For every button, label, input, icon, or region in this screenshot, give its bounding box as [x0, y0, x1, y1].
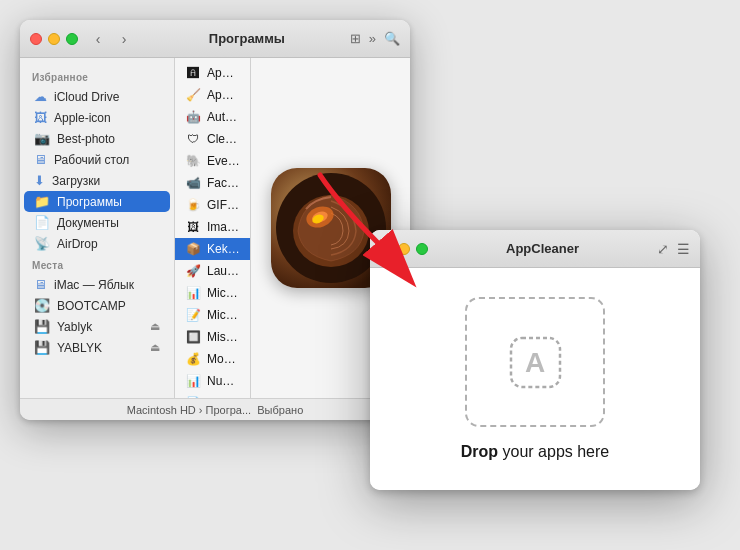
- chevron-double-icon[interactable]: »: [369, 31, 376, 46]
- file-name: Microsoft Word.app: [207, 308, 240, 322]
- ac-minimize-btn[interactable]: [398, 243, 410, 255]
- file-item-excel[interactable]: 📊 Microsoft Excel.app: [175, 282, 250, 304]
- disk3-icon: 💾: [34, 340, 50, 355]
- file-name: FaceTime.app: [207, 176, 240, 190]
- file-name: CleanMyMac X.app: [207, 132, 240, 146]
- finder-toolbar-icons: ⊞ » 🔍: [350, 31, 400, 46]
- finder-titlebar: ‹ › Программы ⊞ » 🔍: [20, 20, 410, 58]
- file-item-facetime[interactable]: 📹 FaceTime.app: [175, 172, 250, 194]
- sidebar-item-label: Best-photo: [57, 132, 115, 146]
- sidebar-item-icloud[interactable]: ☁ iCloud Drive: [24, 86, 170, 107]
- statusbar-text: Macintosh HD › Програ...: [127, 404, 251, 416]
- back-button[interactable]: ‹: [88, 29, 108, 49]
- sidebar-item-downloads[interactable]: ⬇ Загрузки: [24, 170, 170, 191]
- eject2-icon[interactable]: ⏏: [150, 341, 160, 354]
- sidebar-item-yablyk[interactable]: 💾 Yablyk ⏏: [24, 316, 170, 337]
- file-item-imageoptim[interactable]: 🖼 ImageOptim.app: [175, 216, 250, 238]
- drop-app-icon: A: [500, 327, 570, 397]
- app-icon-facetime: 📹: [185, 175, 201, 191]
- appcleaner-window: AppCleaner ⤢ ☰ A Drop your apps here: [370, 230, 700, 490]
- file-item-gifbrewery[interactable]: 🍺 GIF Brewery 3.app: [175, 194, 250, 216]
- sidebar-item-label: Apple-icon: [54, 111, 111, 125]
- app-icon-moneywiz: 💰: [185, 351, 201, 367]
- file-name: Automator.app: [207, 110, 240, 124]
- file-name: App Store.app: [207, 66, 240, 80]
- forward-button[interactable]: ›: [114, 29, 134, 49]
- sidebar-item-airdrop[interactable]: 📡 AirDrop: [24, 233, 170, 254]
- file-item-keka[interactable]: 📦 Keka.app: [175, 238, 250, 260]
- sidebar-item-imac[interactable]: 🖥 iMac — Яблык: [24, 274, 170, 295]
- finder-title: Программы: [144, 31, 350, 46]
- file-name: GIF Brewery 3.app: [207, 198, 240, 212]
- app-icon-automator: 🤖: [185, 109, 201, 125]
- sidebar-item-programs[interactable]: 📁 Программы: [24, 191, 170, 212]
- file-item-launchpad[interactable]: 🚀 Launchpad.app: [175, 260, 250, 282]
- expand-icon[interactable]: ⤢: [657, 241, 669, 257]
- file-item-cleanmymac[interactable]: 🛡 CleanMyMac X.app: [175, 128, 250, 150]
- sidebar-item-label: YABLYK: [57, 341, 102, 355]
- file-item-numbers[interactable]: 📊 Numbers.app: [175, 370, 250, 392]
- sidebar-item-label: Yablyk: [57, 320, 92, 334]
- svg-text:A: A: [524, 347, 544, 378]
- finder-content: Избранное ☁ iCloud Drive 🖼 Apple-icon 📷 …: [20, 58, 410, 398]
- app-icon-missioncontrol: 🔲: [185, 329, 201, 345]
- sidebar-item-label: Программы: [57, 195, 122, 209]
- file-name: ImageOptim.app: [207, 220, 240, 234]
- sidebar-item-yablyk-caps[interactable]: 💾 YABLYK ⏏: [24, 337, 170, 358]
- sidebar-item-label: iCloud Drive: [54, 90, 119, 104]
- sidebar-item-documents[interactable]: 📄 Документы: [24, 212, 170, 233]
- app-icon-launchpad: 🚀: [185, 263, 201, 279]
- sidebar-item-apple-icon[interactable]: 🖼 Apple-icon: [24, 107, 170, 128]
- photo-icon: 📷: [34, 131, 50, 146]
- file-item-appcleaner[interactable]: 🧹 AppCleaner.app: [175, 84, 250, 106]
- view-icon[interactable]: ⊞: [350, 31, 361, 46]
- finder-nav: ‹ ›: [88, 29, 134, 49]
- file-name: Launchpad.app: [207, 264, 240, 278]
- file-name: Pages.app: [207, 396, 240, 398]
- drop-zone[interactable]: A: [465, 297, 605, 427]
- file-item-moneywiz[interactable]: 💰 MoneyWiz 2.app: [175, 348, 250, 370]
- appcleaner-titlebar: AppCleaner ⤢ ☰: [370, 230, 700, 268]
- sidebar-item-desktop[interactable]: 🖥 Рабочий стол: [24, 149, 170, 170]
- appcleaner-toolbar-right: ⤢ ☰: [657, 241, 690, 257]
- image-icon: 🖼: [34, 110, 47, 125]
- appcleaner-title: AppCleaner: [428, 241, 657, 256]
- file-item-pages[interactable]: 📄 Pages.app: [175, 392, 250, 398]
- imac-icon: 🖥: [34, 277, 47, 292]
- file-item-automator[interactable]: 🤖 Automator.app: [175, 106, 250, 128]
- sidebar-item-best-photo[interactable]: 📷 Best-photo: [24, 128, 170, 149]
- finder-statusbar: Macintosh HD › Програ... Выбрано: [20, 398, 410, 420]
- airdrop-icon: 📡: [34, 236, 50, 251]
- drop-text-bold: Drop: [461, 443, 498, 460]
- ac-maximize-btn[interactable]: [416, 243, 428, 255]
- sidebar-item-label: BOOTCAMP: [57, 299, 126, 313]
- sidebar-item-label: Загрузки: [52, 174, 100, 188]
- eject-icon[interactable]: ⏏: [150, 320, 160, 333]
- file-list-area: 🅰 App Store.app 🧹 AppCleaner.app 🤖 Autom…: [175, 58, 250, 398]
- file-item-evernote[interactable]: 🐘 Evernote.app: [175, 150, 250, 172]
- sidebar: Избранное ☁ iCloud Drive 🖼 Apple-icon 📷 …: [20, 58, 175, 398]
- desktop-icon: 🖥: [34, 152, 47, 167]
- app-icon-pages: 📄: [185, 395, 201, 398]
- sidebar-item-label: Документы: [57, 216, 119, 230]
- file-item-missioncontrol[interactable]: 🔲 Mission Control.app: [175, 326, 250, 348]
- list-icon[interactable]: ☰: [677, 241, 690, 257]
- sidebar-item-bootcamp[interactable]: 💽 BOOTCAMP: [24, 295, 170, 316]
- app-icon-appstore: 🅰: [185, 65, 201, 81]
- close-button[interactable]: [30, 33, 42, 45]
- file-item-appstore[interactable]: 🅰 App Store.app: [175, 62, 250, 84]
- maximize-button[interactable]: [66, 33, 78, 45]
- file-name: Evernote.app: [207, 154, 240, 168]
- file-name: Mission Control.app: [207, 330, 240, 344]
- finder-window: ‹ › Программы ⊞ » 🔍 Избранное ☁ iCloud D…: [20, 20, 410, 420]
- file-item-word[interactable]: 📝 Microsoft Word.app: [175, 304, 250, 326]
- sidebar-section-favorites: Избранное: [20, 66, 174, 86]
- drop-text: Drop your apps here: [461, 443, 610, 461]
- app-icon-cleanmymac: 🛡: [185, 131, 201, 147]
- search-icon[interactable]: 🔍: [384, 31, 400, 46]
- app-icon-imageoptim: 🖼: [185, 219, 201, 235]
- ac-close-btn[interactable]: [380, 243, 392, 255]
- doc-icon: 📄: [34, 215, 50, 230]
- minimize-button[interactable]: [48, 33, 60, 45]
- folder-icon: 📁: [34, 194, 50, 209]
